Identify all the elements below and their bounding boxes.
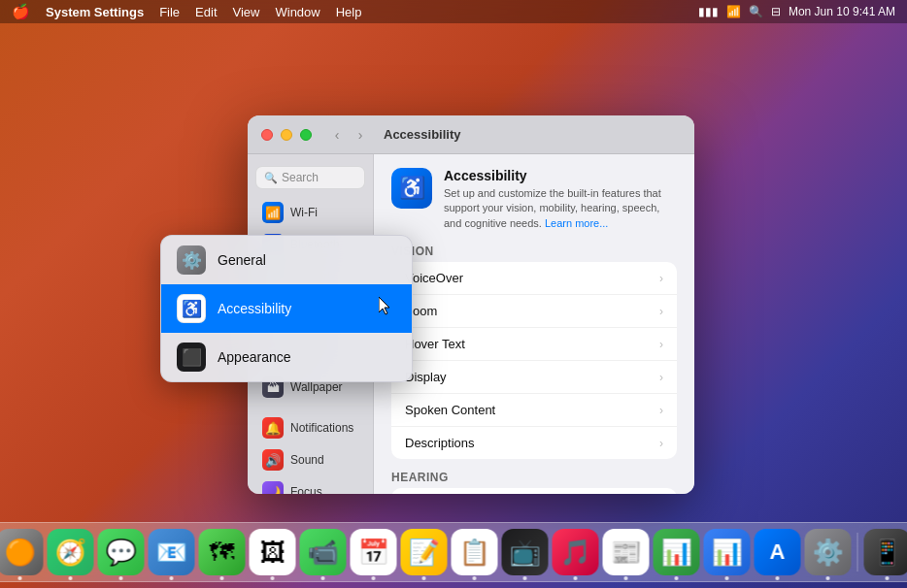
search-menubar-icon[interactable]: 🔍 [749, 5, 763, 18]
spoken-content-chevron: › [659, 404, 663, 417]
descriptions-row[interactable]: Descriptions › [391, 427, 677, 459]
close-button[interactable] [261, 129, 273, 141]
photos-icon: 🖼 [260, 538, 286, 568]
appstore-icon: A [770, 539, 786, 565]
sidebar-item-sound[interactable]: 🔊 Sound [252, 444, 368, 475]
dock-keynote[interactable]: 📊 [704, 529, 751, 575]
menubar-help[interactable]: Help [336, 5, 362, 19]
minimize-button[interactable] [281, 129, 292, 141]
dock-launchpad[interactable]: 🟠 [0, 529, 44, 575]
system-settings-dock-icon: ⚙️ [813, 538, 844, 568]
context-appearance-label: Appearance [218, 349, 291, 365]
learn-more-link[interactable]: Learn more... [545, 217, 608, 229]
dock-facetime[interactable]: 📹 [300, 529, 347, 575]
display-label: Display [405, 370, 650, 384]
dock-photos[interactable]: 🖼 [250, 529, 296, 575]
music-icon: 🎵 [560, 538, 591, 568]
hover-text-chevron: › [659, 338, 663, 351]
launchpad-icon: 🟠 [5, 538, 36, 568]
display-row[interactable]: Display › [391, 361, 677, 394]
zoom-chevron: › [659, 305, 663, 318]
apple-menu[interactable]: 🍎 [12, 3, 30, 20]
facetime-icon: 📹 [308, 538, 339, 568]
context-menu-item-accessibility[interactable]: ♿ Accessibility [161, 284, 412, 333]
dock-music[interactable]: 🎵 [553, 529, 599, 575]
sidebar-search[interactable]: 🔍 Search [255, 166, 365, 189]
safari-dock-icon: 🧭 [55, 538, 86, 568]
hover-text-row[interactable]: Hover Text › [391, 328, 677, 361]
display-chevron: › [659, 371, 663, 384]
menubar-datetime[interactable]: Mon Jun 10 9:41 AM [789, 5, 895, 18]
notifications-icon: 🔔 [262, 417, 284, 439]
vision-section-title: Vision [391, 245, 677, 258]
accessibility-icon-large: ♿ [391, 168, 432, 209]
menubar-view[interactable]: View [233, 5, 260, 19]
dock-maps[interactable]: 🗺 [199, 529, 246, 575]
dock-safari[interactable]: 🧭 [48, 529, 94, 575]
dock-messages[interactable]: 💬 [98, 529, 145, 575]
messages-icon: 💬 [106, 538, 137, 568]
dock: 🔵 🟠 🧭 💬 📧 🗺 🖼 📹 📅 📝 📋 [0, 522, 907, 582]
menubar-file[interactable]: File [159, 5, 180, 19]
voiceover-chevron: › [659, 272, 663, 285]
dock-iphone-mirroring[interactable]: 📱 [864, 529, 908, 575]
desktop: ‹ › Accessibility 🔍 Search 📶 Wi-Fi 🔷 Blu… [0, 23, 907, 588]
news-icon: 📰 [611, 538, 642, 568]
context-general-label: General [218, 252, 266, 268]
hearing-settings-list: 🔵 Hearing Devices › 🔴 Audio › ⬛ Captions… [391, 488, 677, 494]
dock-reminders[interactable]: 📋 [452, 529, 498, 575]
sidebar-item-wifi-label: Wi-Fi [290, 206, 318, 219]
dock-tv[interactable]: 📺 [502, 529, 549, 575]
context-accessibility-label: Accessibility [218, 301, 291, 316]
battery-icon: ▮▮▮ [698, 5, 719, 18]
menubar-edit[interactable]: Edit [195, 5, 217, 19]
search-placeholder: Search [282, 171, 319, 184]
sidebar-item-wifi[interactable]: 📶 Wi-Fi [252, 197, 368, 228]
accessibility-header: ♿ Accessibility Set up and customize the… [391, 168, 677, 231]
dock-appstore[interactable]: A [755, 529, 801, 575]
appearance-icon: ⬛ [177, 343, 206, 372]
sidebar-item-wallpaper-label: Wallpaper [290, 380, 343, 394]
dock-calendar[interactable]: 📅 [351, 529, 397, 575]
accessibility-desc: Set up and customize the built-in featur… [444, 186, 677, 231]
dock-news[interactable]: 📰 [603, 529, 650, 575]
maximize-button[interactable] [300, 129, 312, 141]
zoom-row[interactable]: Zoom › [391, 295, 677, 328]
nav-arrows: ‹ › [327, 125, 370, 145]
accessibility-title: Accessibility [444, 168, 677, 183]
wifi-status-icon: 📶 [726, 5, 741, 18]
sidebar-item-notifications[interactable]: 🔔 Notifications [252, 412, 368, 443]
mail-icon: 📧 [156, 538, 187, 568]
menubar-left: 🍎 System Settings File Edit View Window … [12, 3, 361, 20]
spoken-content-row[interactable]: Spoken Content › [391, 394, 677, 427]
dock-system-settings[interactable]: ⚙️ [805, 529, 852, 575]
descriptions-label: Descriptions [405, 436, 650, 450]
notes-icon: 📝 [409, 538, 440, 568]
hearing-section-title: Hearing [391, 471, 677, 484]
context-menu-item-appearance[interactable]: ⬛ Appearance [161, 333, 412, 381]
reminders-icon: 📋 [459, 538, 490, 568]
menubar-app-name[interactable]: System Settings [46, 5, 144, 19]
iphone-icon: 📱 [872, 538, 903, 568]
control-center-icon[interactable]: ⊟ [771, 5, 781, 18]
main-content: ♿ Accessibility Set up and customize the… [374, 154, 694, 494]
sidebar-item-notif-label: Notifications [290, 421, 353, 435]
maps-icon: 🗺 [210, 538, 235, 568]
spoken-content-label: Spoken Content [405, 403, 650, 417]
context-menu-item-general[interactable]: ⚙️ General [161, 236, 412, 284]
dock-mail[interactable]: 📧 [149, 529, 195, 575]
back-button[interactable]: ‹ [327, 125, 347, 145]
dock-numbers[interactable]: 📊 [654, 529, 700, 575]
menubar-window[interactable]: Window [275, 5, 319, 19]
calendar-icon: 📅 [358, 538, 389, 568]
sidebar-item-focus[interactable]: 🌙 Focus [252, 476, 368, 494]
accessibility-ctx-icon: ♿ [177, 294, 206, 323]
general-icon: ⚙️ [177, 245, 206, 275]
hearing-devices-row[interactable]: 🔵 Hearing Devices › [391, 488, 677, 494]
keynote-icon: 📊 [712, 538, 743, 568]
focus-icon: 🌙 [262, 481, 284, 494]
voiceover-row[interactable]: VoiceOver › [391, 262, 677, 295]
dock-notes[interactable]: 📝 [401, 529, 448, 575]
forward-button[interactable]: › [351, 125, 370, 145]
menubar-right: ▮▮▮ 📶 🔍 ⊟ Mon Jun 10 9:41 AM [698, 5, 895, 18]
